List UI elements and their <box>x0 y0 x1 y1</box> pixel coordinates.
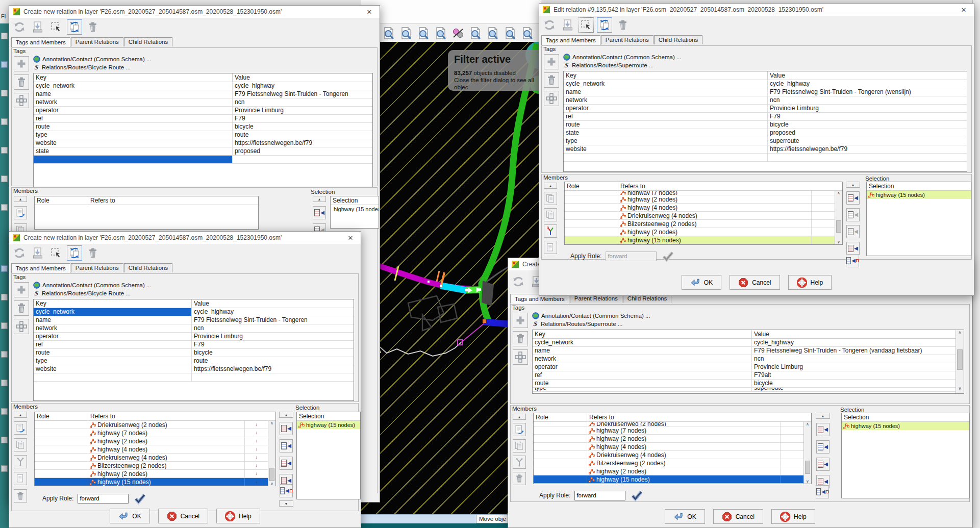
tag-row[interactable]: operatorProvincie Limburg <box>564 105 967 113</box>
cancel-button[interactable]: Cancel <box>158 509 208 523</box>
tag-row[interactable]: operatorProvincie Limburg <box>34 107 372 115</box>
preset-link-contact[interactable]: Annotation/Contact (Common Schema) ... <box>33 281 358 289</box>
tag-row[interactable]: stateproposed <box>34 147 372 156</box>
tag-row[interactable]: networkncn <box>533 355 956 363</box>
tag-row[interactable]: refF79 <box>564 113 967 121</box>
toolbar-icon[interactable] <box>1 118 8 125</box>
scroll-up-icon[interactable]: ▲ <box>846 182 860 188</box>
tab[interactable]: Parent Relations <box>71 263 123 272</box>
member-row[interactable]: Bilzersteenweg (2 nodes) <box>534 459 803 467</box>
member-row[interactable]: highway (2 nodes) <box>565 228 835 236</box>
file-menu[interactable]: Fi <box>0 0 9 23</box>
tag-row[interactable]: websitehttps://fietssnelwegen.be/f79 <box>564 145 967 154</box>
tab[interactable]: Tags and Members <box>11 37 70 47</box>
members-table[interactable]: RoleRefers to <box>34 196 259 230</box>
toolbar-icon[interactable] <box>1 204 8 211</box>
close-icon[interactable]: ✕ <box>343 234 358 242</box>
tab[interactable]: Parent Relations <box>71 37 123 46</box>
delete-tag-button[interactable] <box>14 300 29 316</box>
paste-tags-button[interactable] <box>513 349 528 365</box>
tag-row[interactable]: networkncn <box>564 96 967 105</box>
tag-row[interactable]: stateproposed <box>564 129 967 137</box>
tag-row[interactable]: nameF79 Fietssnelweg Sint-Truiden - Tong… <box>34 316 354 324</box>
tags-table[interactable]: KeyValue cycle_networkcycle_highwaynameF… <box>33 73 373 187</box>
apply-download-button[interactable] <box>561 18 575 32</box>
tag-row[interactable] <box>34 156 372 164</box>
tab[interactable]: Tags and Members <box>11 263 70 273</box>
toolbar-icon[interactable] <box>1 380 8 386</box>
delete-tag-button[interactable] <box>14 74 29 90</box>
edit-member-button[interactable] <box>14 421 27 435</box>
select-members-button[interactable] <box>579 18 593 32</box>
member-row[interactable]: highway (7 nodes)↓ <box>35 429 268 437</box>
selection-item[interactable]: highway (15 nodes) <box>297 421 360 429</box>
copy-members-button[interactable] <box>544 192 557 205</box>
preset-link-route[interactable]: SRelations/Routes/Bicycle Route ... <box>33 63 377 71</box>
edit-member-button[interactable] <box>513 423 526 436</box>
add-selection-at-end-button[interactable]: ◀ <box>846 242 860 255</box>
search-in-document-icon[interactable] <box>382 26 396 40</box>
scroll-up-icon[interactable]: ▲ <box>279 412 293 418</box>
apply-role-input[interactable] <box>574 491 625 500</box>
tag-row[interactable]: routebicycle <box>564 121 967 129</box>
member-doc-button[interactable] <box>14 472 27 485</box>
tag-row[interactable]: nameF79 Fietssnelweg Sint-Truiden - Tong… <box>564 88 967 96</box>
delete-member-button[interactable] <box>513 472 526 485</box>
scroll-up-icon[interactable]: ▲ <box>544 183 557 189</box>
tag-row[interactable]: cycle_networkcycle_highway <box>34 308 354 316</box>
split-way-button[interactable] <box>14 455 27 468</box>
delete-relation-button[interactable] <box>86 246 100 260</box>
select-tool-icon[interactable] <box>1 61 8 68</box>
toolbar-icon[interactable] <box>1 90 8 96</box>
toolbar-icon[interactable] <box>1 465 8 472</box>
tab[interactable]: Child Relations <box>124 37 172 46</box>
add-selection-above-button[interactable]: ◀ <box>816 440 830 454</box>
selection-item[interactable]: highway (15 nodes) <box>842 422 969 430</box>
paste-tags-button[interactable] <box>544 91 559 106</box>
tag-row[interactable] <box>564 154 967 162</box>
scroll-up-icon[interactable]: ▲ <box>14 196 27 202</box>
ok-button[interactable]: OK <box>665 509 705 524</box>
member-row[interactable]: Driekruisenweg (4 nodes) <box>534 451 803 459</box>
search-in-document-icon[interactable] <box>520 26 535 40</box>
tags-table[interactable]: KeyValue cycle_networkcycle_highwaynameF… <box>563 71 967 172</box>
search-in-document-icon[interactable] <box>399 26 413 40</box>
delete-relation-button[interactable] <box>86 20 100 34</box>
member-row[interactable]: highway (2 nodes) <box>534 435 803 443</box>
delete-relation-button[interactable] <box>616 18 630 32</box>
tag-row[interactable]: refF79 <box>34 115 372 123</box>
tag-row[interactable]: routebicycle <box>34 349 354 357</box>
preset-link-contact[interactable]: Annotation/Contact (Common Schema) ... <box>532 312 969 320</box>
tag-row[interactable]: routebicycle <box>533 380 956 388</box>
cancel-button[interactable]: Cancel <box>730 275 780 290</box>
tab[interactable]: Child Relations <box>654 35 702 44</box>
member-row[interactable]: highway (15 nodes) <box>565 236 835 244</box>
add-selection-at-start-button[interactable]: ◀ <box>816 423 830 436</box>
tab[interactable]: Parent Relations <box>601 35 654 44</box>
paste-tags-button[interactable] <box>14 93 29 108</box>
titlebar[interactable]: Create new relation in layer 'F26.osm_20… <box>9 6 380 18</box>
member-row[interactable]: highway (15 nodes) <box>534 475 803 484</box>
search-in-document-icon[interactable] <box>468 26 483 40</box>
duplicate-relation-button[interactable] <box>67 20 82 34</box>
selection-list[interactable]: Selection highway (15 nodes) <box>841 413 970 498</box>
members-table[interactable]: RoleRefers to highway (7 nodes)highway (… <box>564 182 843 245</box>
search-in-document-icon[interactable] <box>486 26 500 40</box>
add-selection-at-start-button[interactable]: ◀ <box>280 422 293 435</box>
tag-row[interactable]: routebicycle <box>34 123 372 131</box>
scroll-up-icon[interactable]: ▲ <box>14 412 27 418</box>
toolbar-icon[interactable] <box>1 408 8 415</box>
paste-tags-button[interactable] <box>14 319 29 334</box>
select-members-button[interactable] <box>49 20 63 34</box>
help-button[interactable]: Help <box>216 509 260 523</box>
members-scrollbar[interactable]: ∧ ∨ <box>803 422 811 484</box>
tab[interactable]: Child Relations <box>124 263 172 272</box>
member-row[interactable]: highway (2 nodes) <box>534 467 803 475</box>
member-row[interactable]: highway (15 nodes)↓ <box>35 478 268 486</box>
toolbar-icon[interactable] <box>1 33 8 39</box>
remove-selected-members-button[interactable]: ◀ <box>280 484 293 497</box>
tags-table[interactable]: KeyValue cycle_networkcycle_highwaynameF… <box>532 330 964 394</box>
cancel-button[interactable]: Cancel <box>713 509 763 524</box>
tag-row[interactable]: refF79alt <box>533 371 956 380</box>
copy-members-button[interactable] <box>14 438 27 451</box>
